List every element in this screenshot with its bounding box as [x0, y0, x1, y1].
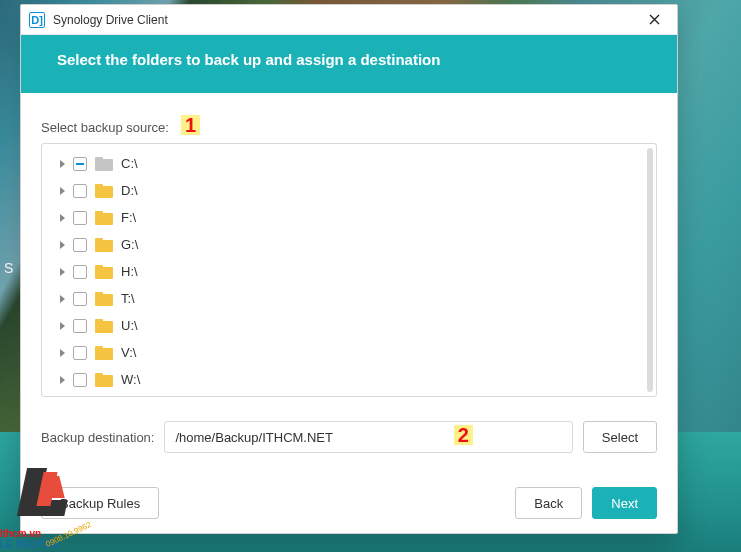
cropped-text-left: S	[0, 260, 13, 276]
wizard-header: Select the folders to back up and assign…	[21, 35, 677, 93]
drive-row[interactable]: V:\	[50, 339, 654, 366]
expand-caret-icon[interactable]	[60, 376, 65, 384]
tree-scrollbar[interactable]	[647, 148, 653, 392]
folder-icon	[95, 211, 113, 225]
step-badge-1: 1	[181, 115, 200, 135]
close-button[interactable]	[637, 7, 671, 33]
titlebar: D] Synology Drive Client	[21, 5, 677, 35]
expand-caret-icon[interactable]	[60, 322, 65, 330]
drive-checkbox[interactable]	[73, 319, 87, 333]
folder-icon	[95, 292, 113, 306]
wizard-header-title: Select the folders to back up and assign…	[57, 51, 440, 68]
window-title: Synology Drive Client	[53, 13, 637, 27]
expand-caret-icon[interactable]	[60, 295, 65, 303]
expand-caret-icon[interactable]	[60, 268, 65, 276]
drive-label: D:\	[121, 183, 138, 198]
folder-icon	[95, 238, 113, 252]
wizard-footer: Backup Rules Back Next	[21, 469, 677, 533]
app-window: D] Synology Drive Client Select the fold…	[20, 4, 678, 534]
folder-icon	[95, 346, 113, 360]
drive-checkbox[interactable]	[73, 346, 87, 360]
wizard-content: Select backup source: 1 C:\D:\F:\G:\H:\T…	[21, 93, 677, 469]
next-button[interactable]: Next	[592, 487, 657, 519]
drive-label: F:\	[121, 210, 136, 225]
expand-caret-icon[interactable]	[60, 160, 65, 168]
destination-input[interactable]	[164, 421, 572, 453]
drive-label: U:\	[121, 318, 138, 333]
drive-checkbox[interactable]	[73, 373, 87, 387]
drive-label: C:\	[121, 156, 138, 171]
drive-row[interactable]: C:\	[50, 150, 654, 177]
app-icon: D]	[29, 12, 45, 28]
backup-source-label: Select backup source:	[41, 120, 169, 135]
source-tree[interactable]: C:\D:\F:\G:\H:\T:\U:\V:\W:\	[41, 143, 657, 397]
close-icon	[649, 14, 660, 25]
drive-row[interactable]: U:\	[50, 312, 654, 339]
folder-icon	[95, 157, 113, 171]
expand-caret-icon[interactable]	[60, 187, 65, 195]
drive-checkbox[interactable]	[73, 292, 87, 306]
expand-caret-icon[interactable]	[60, 349, 65, 357]
drive-row[interactable]: D:\	[50, 177, 654, 204]
drive-checkbox[interactable]	[73, 238, 87, 252]
drive-checkbox[interactable]	[73, 184, 87, 198]
back-button[interactable]: Back	[515, 487, 582, 519]
drive-row[interactable]: T:\	[50, 285, 654, 312]
drive-label: H:\	[121, 264, 138, 279]
drive-row[interactable]: G:\	[50, 231, 654, 258]
drive-row[interactable]: H:\	[50, 258, 654, 285]
folder-icon	[95, 265, 113, 279]
drive-checkbox[interactable]	[73, 157, 87, 171]
drive-checkbox[interactable]	[73, 211, 87, 225]
drive-row[interactable]: W:\	[50, 366, 654, 393]
step-badge-2: 2	[454, 425, 473, 445]
drive-row[interactable]: F:\	[50, 204, 654, 231]
folder-icon	[95, 184, 113, 198]
drive-label: V:\	[121, 345, 136, 360]
drive-label: W:\	[121, 372, 140, 387]
folder-icon	[95, 319, 113, 333]
folder-icon	[95, 373, 113, 387]
backup-destination-label: Backup destination:	[41, 430, 154, 445]
expand-caret-icon[interactable]	[60, 214, 65, 222]
drive-label: G:\	[121, 237, 138, 252]
expand-caret-icon[interactable]	[60, 241, 65, 249]
backup-rules-button[interactable]: Backup Rules	[41, 487, 159, 519]
select-destination-button[interactable]: Select	[583, 421, 657, 453]
drive-checkbox[interactable]	[73, 265, 87, 279]
drive-label: T:\	[121, 291, 135, 306]
